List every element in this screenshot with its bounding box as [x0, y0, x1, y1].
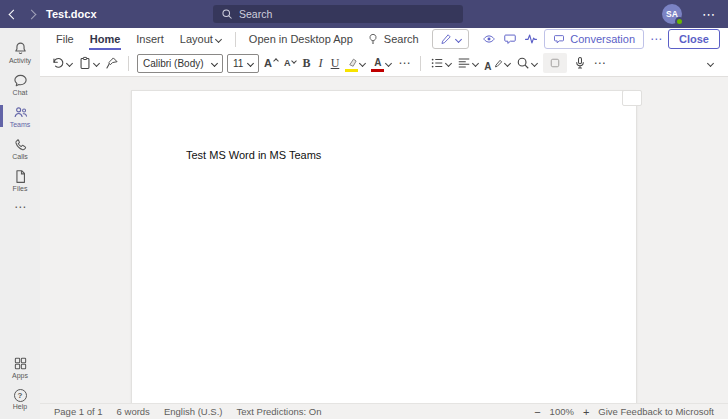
chevron-down-icon: [247, 59, 254, 66]
chevron-down-icon: [531, 59, 538, 66]
status-bar: Page 1 of 1 6 words English (U.S.) Text …: [40, 403, 728, 419]
comments-button[interactable]: [499, 28, 520, 50]
styles-icon: A: [484, 55, 491, 72]
divider: [235, 32, 236, 47]
conversation-bubble-icon: [553, 33, 565, 45]
dictate-button[interactable]: [570, 52, 590, 74]
divider: [420, 56, 421, 71]
chevron-down-icon: [455, 35, 462, 42]
ribbon-more-icon[interactable]: ⋯: [647, 32, 665, 46]
undo-button[interactable]: [48, 52, 75, 74]
bullet-list-icon: [430, 56, 444, 70]
sidebar-item-help[interactable]: ? Help: [0, 383, 40, 415]
font-size-select[interactable]: 11: [227, 54, 259, 73]
collapse-ribbon-icon[interactable]: [700, 61, 720, 66]
chevron-down-icon: [445, 59, 452, 66]
text-predictions-toggle[interactable]: Text Predictions: On: [236, 406, 321, 417]
chevron-down-icon: [504, 59, 511, 66]
sidebar-item-apps[interactable]: Apps: [0, 351, 40, 383]
chevron-down-icon: [215, 35, 222, 42]
language-selector[interactable]: English (U.S.): [164, 406, 223, 417]
clipboard-icon: [78, 56, 92, 70]
back-icon[interactable]: [10, 8, 17, 20]
find-button[interactable]: [513, 52, 540, 74]
sidebar-item-teams[interactable]: Teams: [0, 100, 40, 132]
comment-icon: [503, 32, 517, 46]
sidebar-item-chat[interactable]: Chat: [0, 68, 40, 100]
bell-icon: [13, 41, 28, 56]
shrink-font-button[interactable]: A: [281, 52, 300, 74]
document-canvas: Test MS Word in MS Teams: [40, 77, 728, 403]
conversation-button[interactable]: Conversation: [544, 29, 644, 49]
word-count[interactable]: 6 words: [117, 406, 150, 417]
teams-titlebar: Test.docx Search SA ⋯: [0, 0, 728, 28]
word-app-frame: File Home Insert Layout Open in Desktop …: [40, 28, 728, 419]
style-pen-icon: [494, 59, 503, 68]
teams-icon: [13, 105, 28, 120]
more-font-options-icon[interactable]: ⋯: [394, 56, 414, 70]
highlight-button[interactable]: [342, 52, 368, 74]
help-icon: ?: [14, 389, 27, 402]
toolbar-more-icon[interactable]: ⋯: [590, 56, 610, 70]
tellme-search-button[interactable]: Search: [360, 28, 426, 50]
paintbrush-icon: [105, 56, 119, 70]
format-painter-button[interactable]: [102, 52, 122, 74]
chevron-down-icon: [472, 59, 479, 66]
ribbon-tab-bar: File Home Insert Layout Open in Desktop …: [40, 28, 728, 50]
align-left-icon: [457, 56, 471, 70]
pen-icon: [440, 33, 452, 45]
presence-available-indicator: [675, 17, 684, 26]
chevron-down-icon: [359, 59, 366, 66]
chevron-down-icon: [93, 59, 100, 66]
document-page[interactable]: Test MS Word in MS Teams: [131, 90, 637, 403]
teams-search-input[interactable]: Search: [213, 5, 463, 23]
open-in-desktop-button[interactable]: Open in Desktop App: [242, 28, 360, 50]
find-icon: [516, 56, 530, 70]
page-indicator[interactable]: Page 1 of 1: [54, 406, 103, 417]
microphone-icon: [573, 56, 587, 70]
teams-window: Test.docx Search SA ⋯ Activity Chat: [0, 0, 728, 419]
styles-button[interactable]: A: [481, 52, 512, 74]
zoom-out-button[interactable]: −: [534, 406, 540, 418]
apps-grid-icon: [13, 356, 28, 371]
tab-layout[interactable]: Layout: [172, 28, 229, 50]
alignment-button[interactable]: [454, 52, 481, 74]
italic-button[interactable]: I: [313, 52, 327, 74]
comment-indicator[interactable]: [622, 90, 642, 106]
zoom-in-button[interactable]: +: [583, 406, 589, 418]
close-button[interactable]: Close: [668, 29, 720, 49]
reader-icon: [549, 57, 561, 69]
bullets-button[interactable]: [427, 52, 454, 74]
tab-home[interactable]: Home: [82, 28, 129, 50]
tab-file[interactable]: File: [48, 28, 82, 50]
document-icon: [13, 169, 28, 184]
forward-icon[interactable]: [28, 8, 35, 20]
zoom-level[interactable]: 100%: [550, 406, 574, 417]
grow-font-button[interactable]: A: [261, 52, 281, 74]
font-name-select[interactable]: Calibri (Body): [137, 54, 223, 73]
paste-button[interactable]: [75, 52, 102, 74]
lightbulb-icon: [367, 33, 379, 45]
document-text: Test MS Word in MS Teams: [186, 149, 582, 161]
reader-button[interactable]: [543, 53, 567, 73]
tab-insert[interactable]: Insert: [128, 28, 172, 50]
chat-icon: [13, 73, 28, 88]
bold-button[interactable]: B: [299, 52, 313, 74]
chevron-down-icon: [211, 59, 218, 66]
sidebar-more-icon[interactable]: ⋯: [0, 196, 40, 218]
feedback-link[interactable]: Give Feedback to Microsoft: [598, 406, 714, 417]
sidebar-item-files[interactable]: Files: [0, 164, 40, 196]
font-color-button[interactable]: A: [368, 52, 394, 74]
divider: [128, 56, 129, 71]
avatar[interactable]: SA: [662, 4, 682, 24]
titlebar-more-icon[interactable]: ⋯: [702, 7, 716, 22]
eye-button[interactable]: [478, 28, 499, 50]
sidebar-item-activity[interactable]: Activity: [0, 36, 40, 68]
activity-button[interactable]: [520, 28, 541, 50]
underline-button[interactable]: U: [328, 52, 343, 74]
sidebar-item-calls[interactable]: Calls: [0, 132, 40, 164]
formatting-toolbar: Calibri (Body) 11 A A B I U: [40, 50, 728, 77]
app-rail: Activity Chat Teams Calls Files ⋯: [0, 28, 40, 419]
undo-icon: [51, 56, 65, 70]
editing-mode-dropdown[interactable]: [432, 29, 469, 49]
